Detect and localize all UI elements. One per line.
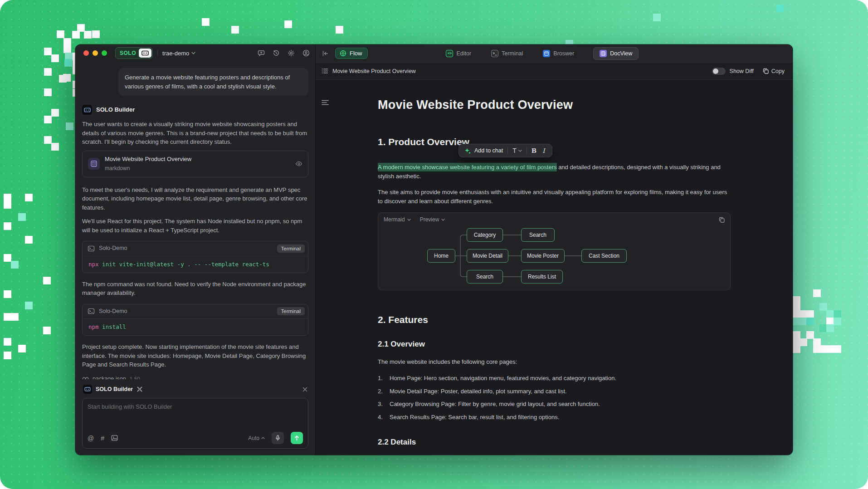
docview-icon	[600, 50, 607, 57]
flow-icon	[340, 50, 346, 57]
terminal-badge[interactable]: Terminal	[277, 307, 305, 315]
selection-toolbar: Add to chat T B I	[458, 144, 552, 157]
terminal-icon	[88, 245, 95, 252]
solo-builder-icon	[82, 105, 92, 115]
composer-title: SOLO Builder	[96, 386, 133, 392]
preview-eye-icon[interactable]	[295, 160, 302, 167]
terminal-card-header: Solo-Demo Terminal	[83, 241, 308, 256]
copy-diagram-button[interactable]	[719, 217, 725, 223]
history-button[interactable]	[273, 49, 280, 57]
sparkle-icon	[464, 147, 471, 154]
user-circle-icon	[302, 49, 310, 57]
file-link[interactable]: package.json 1-50	[82, 375, 308, 380]
voice-input-button[interactable]	[272, 432, 284, 444]
node-search[interactable]: Search	[467, 270, 503, 284]
copy-doc-button[interactable]: Copy	[763, 68, 785, 74]
solo-builder-icon	[83, 385, 92, 394]
tab-flow[interactable]: Flow	[335, 48, 368, 59]
node-movie-poster[interactable]: Movie Poster	[521, 249, 565, 263]
close-composer-button[interactable]	[302, 387, 307, 392]
solo-chat-panel: SOLO trae-demo	[75, 44, 316, 455]
text-style-button[interactable]: T	[512, 147, 522, 154]
subsection-heading-details: 2.2 Details	[378, 437, 731, 447]
project-selector[interactable]: trae-demo	[162, 50, 195, 57]
composer-header: SOLO Builder	[82, 382, 308, 398]
show-diff-label: Show Diff	[730, 68, 754, 74]
agent-paragraph: We'll use React for this project. The sy…	[82, 217, 308, 235]
show-diff-toggle[interactable]	[712, 68, 726, 75]
artifact-type: markdown	[105, 164, 191, 173]
composer: SOLO Builder Start building with SOLO Bu…	[75, 379, 315, 455]
context-button[interactable]: #	[101, 435, 104, 442]
composer-input[interactable]: Start building with SOLO Builder @ # Aut…	[82, 398, 308, 449]
agent-name: SOLO Builder	[96, 105, 135, 114]
zoom-window-button[interactable]	[102, 50, 107, 56]
image-upload-button[interactable]	[111, 435, 118, 441]
tab-docview[interactable]: DocView	[593, 47, 639, 60]
model-mode-selector[interactable]: Auto	[248, 435, 265, 441]
highlighted-selection[interactable]: A modern movie showcase website featurin…	[378, 163, 557, 171]
artifact-title: Movie Website Product Overview	[105, 155, 191, 164]
chevron-down-icon	[518, 150, 522, 152]
tab-browser[interactable]: Broswer	[542, 48, 575, 59]
gear-icon	[288, 49, 295, 57]
collapse-panel-button[interactable]	[320, 49, 331, 59]
node-category[interactable]: Category	[467, 228, 503, 242]
editor-icon: <>	[446, 50, 453, 57]
send-button[interactable]	[291, 432, 303, 444]
terminal-command[interactable]: npx init vite-init@latest -y . -- --temp…	[83, 256, 308, 273]
chevron-down-icon	[441, 219, 445, 221]
cassette-icon	[139, 49, 151, 58]
window-controls	[83, 50, 107, 56]
mention-button[interactable]: @	[88, 435, 94, 442]
chevron-down-icon	[407, 219, 411, 221]
view-tabs: <> Editor >_ Terminal Broswer	[445, 47, 639, 60]
user-message: Generate a movie website featuring poste…	[118, 68, 308, 96]
section-heading-product-overview: 1. Product Overview	[378, 136, 731, 148]
node-home[interactable]: Home	[427, 249, 455, 263]
doc-outline-button[interactable]	[322, 100, 329, 105]
history-icon	[273, 49, 280, 57]
project-name: trae-demo	[162, 50, 189, 57]
list-item: 1.Home Page: Hero section, navigation me…	[378, 374, 731, 383]
titlebar-actions	[258, 49, 310, 57]
render-mode-selector[interactable]: Preview	[420, 216, 445, 223]
agent-paragraph: The npm command was not found. Need to v…	[82, 280, 308, 298]
doc-artifact-card[interactable]: Movie Website Product Overview markdown	[82, 151, 308, 177]
close-window-button[interactable]	[83, 50, 89, 56]
doc-list-icon	[322, 68, 328, 74]
account-button[interactable]	[302, 49, 310, 57]
doc-breadcrumb-title: Movie Website Product Overview	[332, 68, 416, 74]
comment-plus-icon	[258, 49, 265, 57]
node-movie-detail[interactable]: Movie Detail	[467, 249, 508, 263]
chevron-down-icon	[191, 52, 195, 54]
settings-button[interactable]	[288, 49, 295, 57]
language-selector[interactable]: Mermaid	[384, 216, 411, 223]
italic-button[interactable]: I	[541, 147, 546, 154]
agent-paragraph: Project setup complete. Now starting imp…	[82, 342, 308, 369]
tab-terminal[interactable]: >_ Terminal	[490, 48, 524, 59]
new-chat-button[interactable]	[258, 49, 265, 57]
doc-paragraph: A modern movie showcase website featurin…	[378, 163, 731, 181]
core-pages-list: 1.Home Page: Hero section, navigation me…	[378, 374, 731, 422]
node-results-list[interactable]: Results List	[521, 270, 563, 284]
solo-mode-badge[interactable]: SOLO	[115, 47, 153, 59]
tab-editor[interactable]: <> Editor	[445, 48, 472, 59]
add-to-chat-button[interactable]: Add to chat	[464, 147, 503, 154]
doc-breadcrumb-bar: Movie Website Product Overview Show Diff…	[316, 63, 793, 80]
list-item: 4.Search Results Page: Search bar, resul…	[378, 413, 731, 422]
node-search-top[interactable]: Search	[521, 228, 555, 242]
subsection-heading-overview: 2.1 Overview	[378, 339, 731, 349]
terminal-badge[interactable]: Terminal	[277, 244, 305, 253]
section-heading-features: 2. Features	[378, 313, 731, 326]
terminal-command[interactable]: npm install	[83, 319, 308, 335]
node-cast-section[interactable]: Cast Section	[581, 249, 627, 263]
terminal-tab-icon: >_	[491, 50, 498, 57]
terminal-card-header: Solo-Demo Terminal	[83, 304, 308, 319]
doc-actions: Show Diff Copy	[712, 68, 785, 75]
flowchart-diagram: Home Category Movie Detail Search Search…	[378, 225, 730, 288]
tools-icon	[137, 386, 143, 392]
agent-paragraph: The user wants to create a visually stri…	[82, 120, 308, 147]
bold-button[interactable]: B	[532, 147, 536, 154]
minimize-window-button[interactable]	[93, 50, 98, 56]
